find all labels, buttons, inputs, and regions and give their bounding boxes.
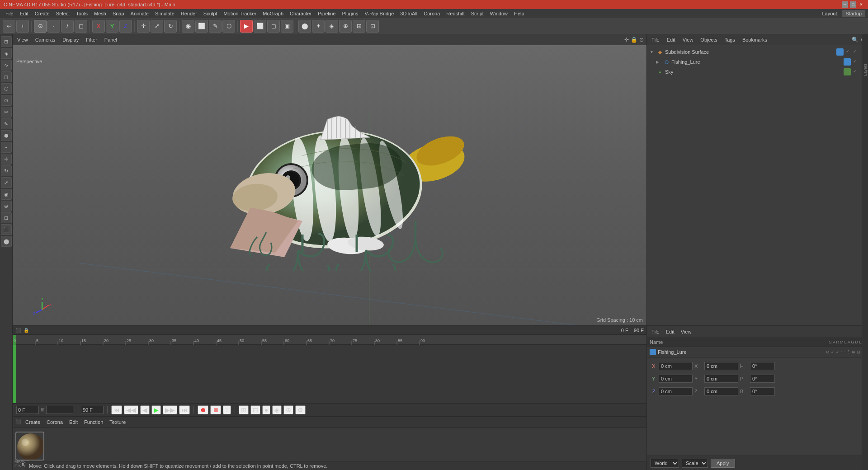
prop-menu-file[interactable]: File: [650, 328, 661, 335]
obj-menu-objects[interactable]: Objects: [698, 36, 719, 43]
menu-3dtoall[interactable]: 3DToAll: [397, 10, 420, 17]
size-z-input[interactable]: [704, 387, 738, 395]
rot-p-input[interactable]: [750, 375, 775, 383]
snap-button[interactable]: ⊡: [366, 20, 379, 33]
sculpt-button[interactable]: ⬢: [1, 130, 12, 141]
layout-value[interactable]: Startup: [842, 10, 865, 17]
viewport-canvas[interactable]: Perspective Grid Spacing : 10 cm X Y Z: [13, 45, 646, 325]
menu-corona[interactable]: Corona: [421, 10, 443, 17]
vp-icon-move[interactable]: ✛: [624, 37, 629, 43]
obj-row-fishing-lure[interactable]: ▶ ⬡ Fishing_Lure ✓ ⋯: [647, 57, 868, 67]
menu-mesh[interactable]: Mesh: [91, 10, 109, 17]
menu-render[interactable]: Render: [178, 10, 200, 17]
vp-menu-panel[interactable]: Panel: [103, 36, 119, 43]
menu-motiontracker[interactable]: Motion Tracker: [221, 10, 259, 17]
prev-frame-button[interactable]: ◀: [140, 405, 150, 414]
rotate-tool-button[interactable]: ↻: [164, 20, 177, 33]
rot-b-input[interactable]: [750, 387, 775, 395]
undo-button[interactable]: ↩: [3, 20, 15, 33]
autokey-button[interactable]: ⏹: [210, 405, 221, 414]
obj-row-sky[interactable]: ● Sky ✓ ⋯: [647, 67, 868, 77]
prop-icon-4[interactable]: ⋯: [841, 350, 845, 354]
frame-counter-input[interactable]: [46, 406, 73, 414]
goto-end-button[interactable]: ⏭: [179, 405, 190, 414]
menu-simulate[interactable]: Simulate: [152, 10, 177, 17]
obj-menu-bookmarks[interactable]: Bookmarks: [741, 36, 769, 43]
render-view-button[interactable]: ▣: [281, 20, 293, 33]
new-object-button[interactable]: +: [16, 20, 29, 33]
vp-menu-cameras[interactable]: Cameras: [33, 36, 57, 43]
smooth-button[interactable]: ⌁: [1, 142, 12, 153]
prop-icon-1[interactable]: ⊙: [826, 350, 830, 354]
light-button[interactable]: ✦: [312, 20, 325, 33]
soft-sel-button[interactable]: ◉: [1, 189, 12, 200]
obj-menu-tags[interactable]: Tags: [723, 36, 737, 43]
size-x-input[interactable]: [704, 362, 738, 370]
points-mode-button[interactable]: ·: [47, 20, 60, 33]
menu-create[interactable]: Create: [32, 10, 52, 17]
prop-menu-view[interactable]: View: [679, 328, 693, 335]
vp-icon-eye[interactable]: ⊙: [639, 37, 644, 43]
coord-system-select[interactable]: World Object Parent: [651, 459, 679, 468]
timeline-tracks[interactable]: [13, 345, 646, 403]
tl-icon-expand[interactable]: ⬛: [15, 328, 21, 333]
snap-button-left[interactable]: ⊡: [1, 212, 12, 223]
object-button[interactable]: ⊙: [1, 95, 12, 106]
primitive-button[interactable]: ◻: [1, 71, 12, 82]
knife-button[interactable]: ✂: [1, 107, 12, 118]
anim-next-button[interactable]: ⊕: [283, 405, 293, 414]
menu-help[interactable]: Help: [511, 10, 527, 17]
menu-mograph[interactable]: MoGraph: [260, 10, 286, 17]
keyframe-button[interactable]: ?: [223, 405, 231, 414]
size-y-input[interactable]: [704, 375, 738, 383]
obj-color-fishing-lure[interactable]: [844, 58, 851, 66]
mat-menu-edit[interactable]: Edit: [67, 418, 80, 426]
close-button[interactable]: ✕: [858, 1, 864, 8]
render-region-button[interactable]: ⬜: [254, 20, 266, 33]
anim-prev-button[interactable]: ●: [262, 405, 270, 414]
minimize-button[interactable]: ─: [842, 1, 848, 8]
mat-swatch[interactable]: [15, 432, 44, 461]
paint-button[interactable]: ✎: [1, 118, 12, 129]
prop-icon-7[interactable]: ⊡: [857, 350, 860, 354]
mat-menu-corona[interactable]: Corona: [45, 418, 65, 426]
obj-search-icon[interactable]: 🔍: [852, 37, 859, 43]
end-frame-input[interactable]: [81, 406, 104, 414]
record-button[interactable]: ⏺: [198, 405, 208, 414]
prop-icon-5[interactable]: ⋮: [846, 350, 850, 354]
vp-menu-view[interactable]: View: [15, 36, 30, 43]
z-axis-button[interactable]: Z: [119, 20, 132, 33]
anim-settings-button[interactable]: ⚙: [295, 405, 306, 414]
spline-button[interactable]: ∿: [1, 60, 12, 70]
menu-script[interactable]: Script: [468, 10, 486, 17]
prop-object-row[interactable]: Fishing_Lure ⊙ ✓ ✓ ⋯ ⋮ ⊕ ⊡ ✕: [647, 347, 868, 357]
render-button[interactable]: ▶: [240, 20, 253, 33]
x-axis-button[interactable]: X: [92, 20, 105, 33]
camera-button[interactable]: ◈: [326, 20, 338, 33]
mat-expand-icon[interactable]: ⬛: [15, 419, 21, 424]
target-button[interactable]: ⊕: [339, 20, 352, 33]
polygon-selection-button[interactable]: ⬡: [222, 20, 235, 33]
current-frame-input[interactable]: [16, 406, 39, 414]
mat-menu-create[interactable]: Create: [24, 418, 42, 426]
anim-start-button[interactable]: ⊞: [239, 405, 249, 414]
vp-menu-display[interactable]: Display: [61, 36, 80, 43]
pos-y-input[interactable]: [659, 375, 693, 383]
obj-expand-subdivsurface[interactable]: ▼: [650, 50, 655, 54]
obj-menu-file[interactable]: File: [650, 36, 661, 43]
play-button[interactable]: ▶: [151, 405, 161, 414]
nurbs-button[interactable]: ◈: [1, 48, 12, 59]
apply-button[interactable]: Apply: [711, 459, 735, 468]
axis-tool-button[interactable]: ⊞: [1, 36, 12, 47]
menu-snap[interactable]: Snap: [110, 10, 127, 17]
menu-window[interactable]: Window: [487, 10, 510, 17]
pos-z-input[interactable]: [659, 387, 693, 395]
obj-visible-sky[interactable]: ✓: [852, 68, 858, 75]
prev-key-button[interactable]: ◀◀: [124, 405, 138, 414]
deformer-button[interactable]: ⬡: [1, 83, 12, 94]
polygons-mode-button[interactable]: ◻: [75, 20, 87, 33]
menu-sculpt[interactable]: Sculpt: [201, 10, 220, 17]
rotate-tool[interactable]: ↻: [1, 165, 12, 176]
mat-menu-function[interactable]: Function: [82, 418, 105, 426]
edges-mode-button[interactable]: /: [61, 20, 74, 33]
